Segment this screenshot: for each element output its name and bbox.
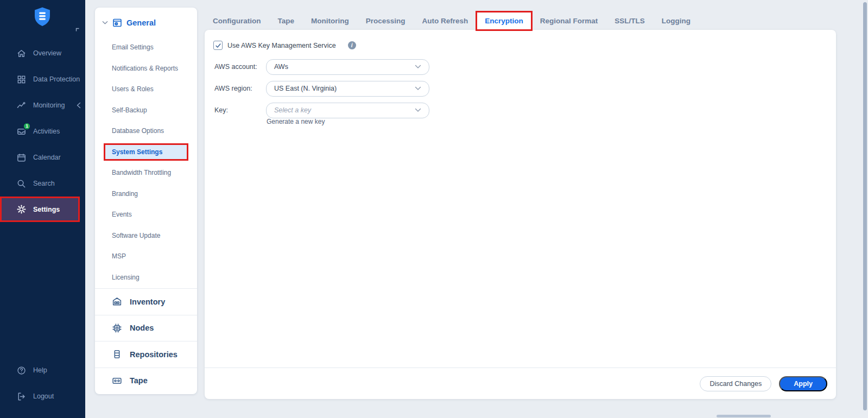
aws-region-dropdown[interactable]: US East (N. Virginia) — [266, 81, 429, 97]
sidebar-item-calendar[interactable]: Calendar — [0, 144, 85, 170]
tab-ssl-tls[interactable]: SSL/TLS — [614, 17, 645, 25]
chevron-down-icon — [415, 65, 421, 69]
settings-section-label: Tape — [130, 376, 148, 385]
help-icon — [16, 365, 27, 376]
nodes-icon — [111, 322, 123, 334]
settings-section-label: Nodes — [130, 324, 154, 332]
settings-item-database-options[interactable]: Database Options — [95, 121, 197, 142]
vertical-scrollbar[interactable] — [863, 2, 867, 410]
settings-item-software-update[interactable]: Software Update — [95, 225, 197, 246]
sidebar-item-search[interactable]: Search — [0, 170, 85, 197]
settings-item-notifications-reports[interactable]: Notifications & Reports — [95, 58, 197, 79]
gear-icon — [16, 204, 27, 214]
sidebar-item-label: Monitoring — [33, 102, 65, 109]
encryption-settings-panel: Use AWS Key Management Service i AWS acc… — [205, 30, 836, 399]
settings-item-self-backup[interactable]: Self-Backup — [95, 100, 197, 121]
settings-section-label: Repositories — [130, 350, 178, 359]
tab-tape[interactable]: Tape — [277, 17, 294, 25]
settings-item-events[interactable]: Events — [95, 204, 197, 225]
horizontal-scrollbar[interactable] — [717, 415, 771, 417]
key-placeholder: Select a key — [274, 106, 311, 114]
sidebar-item-settings[interactable]: Settings — [0, 197, 80, 222]
kms-checkbox-label: Use AWS Key Management Service — [227, 42, 336, 49]
settings-item-msp[interactable]: MSP — [95, 246, 197, 267]
sidebar-item-data-protection[interactable]: Data Protection — [0, 66, 85, 92]
sidebar-item-label: Help — [33, 366, 47, 374]
general-settings-list: Email Settings Notifications & Reports U… — [95, 37, 197, 288]
settings-item-email-settings[interactable]: Email Settings — [95, 37, 197, 58]
settings-section-repositories[interactable]: Repositories — [95, 341, 197, 368]
sidebar-item-overview[interactable]: Overview — [0, 40, 85, 66]
sidebar-item-label: Activities — [33, 128, 60, 135]
main-sidebar: Overview Data Protection Monitoring — [0, 0, 85, 418]
tab-logging[interactable]: Logging — [662, 17, 690, 25]
settings-item-licensing[interactable]: Licensing — [95, 267, 197, 288]
chart-icon — [16, 100, 27, 111]
aws-region-label: AWS region: — [214, 85, 252, 92]
sidebar-item-label: Calendar — [33, 154, 61, 161]
generate-new-key-link[interactable]: Generate a new key — [267, 118, 325, 125]
sidebar-collapse-icon[interactable] — [75, 27, 80, 33]
general-section-icon — [112, 17, 123, 28]
chevron-left-icon — [77, 102, 81, 109]
logout-icon — [16, 391, 27, 402]
settings-nav-panel: General Email Settings Notifications & R… — [95, 8, 197, 394]
kms-checkbox-row: Use AWS Key Management Service i — [213, 41, 356, 50]
key-dropdown[interactable]: Select a key — [266, 103, 429, 118]
grid-icon — [16, 74, 27, 85]
aws-region-value: US East (N. Virginia) — [274, 85, 337, 92]
aws-account-label: AWS account: — [214, 63, 257, 71]
sidebar-item-activities[interactable]: 1 Activities — [0, 118, 85, 144]
tab-auto-refresh[interactable]: Auto Refresh — [422, 17, 468, 25]
tab-encryption[interactable]: Encryption — [485, 17, 523, 25]
activities-count-badge: 1 — [23, 122, 31, 130]
aws-account-value: AWs — [274, 63, 288, 71]
settings-section-nodes[interactable]: Nodes — [95, 315, 197, 341]
tab-configuration[interactable]: Configuration — [213, 17, 261, 25]
inbox-icon: 1 — [16, 126, 27, 137]
tab-processing[interactable]: Processing — [366, 17, 406, 25]
app-logo-shield-icon — [31, 6, 53, 28]
tape-icon — [111, 375, 123, 387]
discard-changes-button[interactable]: Discard Changes — [700, 376, 771, 391]
sidebar-item-label: Logout — [33, 392, 54, 400]
sidebar-item-monitoring[interactable]: Monitoring — [0, 92, 85, 118]
tab-monitoring[interactable]: Monitoring — [311, 17, 349, 25]
settings-section-label: Inventory — [130, 297, 165, 306]
key-label: Key: — [214, 106, 228, 114]
settings-item-users-roles[interactable]: Users & Roles — [95, 79, 197, 100]
settings-section-inventory[interactable]: Inventory — [95, 288, 197, 315]
sidebar-item-label: Overview — [33, 49, 61, 57]
settings-item-bandwidth-throttling[interactable]: Bandwidth Throttling — [95, 162, 197, 183]
chevron-down-icon — [102, 21, 108, 25]
settings-tabs: Configuration Tape Monitoring Processing… — [213, 13, 690, 28]
inventory-icon — [111, 296, 123, 307]
chevron-down-icon — [415, 108, 421, 112]
chevron-down-icon — [415, 86, 421, 91]
sidebar-item-label: Data Protection — [33, 75, 80, 83]
sidebar-item-logout[interactable]: Logout — [0, 383, 85, 409]
actions-footer: Discard Changes Apply — [205, 368, 836, 399]
sidebar-item-label: Search — [33, 180, 55, 187]
settings-item-system-settings[interactable]: System Settings — [104, 143, 188, 161]
settings-section-general[interactable]: General — [102, 17, 156, 29]
settings-section-tape[interactable]: Tape — [95, 368, 197, 394]
sidebar-item-label: Settings — [33, 206, 60, 213]
info-icon[interactable]: i — [348, 41, 356, 49]
sidebar-item-help[interactable]: Help — [0, 357, 85, 383]
calendar-icon — [16, 153, 27, 163]
repositories-icon — [111, 349, 123, 360]
use-aws-kms-checkbox[interactable] — [213, 41, 223, 50]
settings-sections-list: Inventory Nodes Repositories — [95, 288, 197, 394]
settings-item-branding[interactable]: Branding — [95, 183, 197, 205]
search-icon — [16, 179, 27, 189]
aws-account-dropdown[interactable]: AWs — [266, 59, 429, 75]
tab-regional-format[interactable]: Regional Format — [540, 17, 598, 25]
settings-section-label: General — [126, 18, 156, 27]
home-icon — [16, 48, 27, 59]
apply-button[interactable]: Apply — [779, 376, 827, 391]
